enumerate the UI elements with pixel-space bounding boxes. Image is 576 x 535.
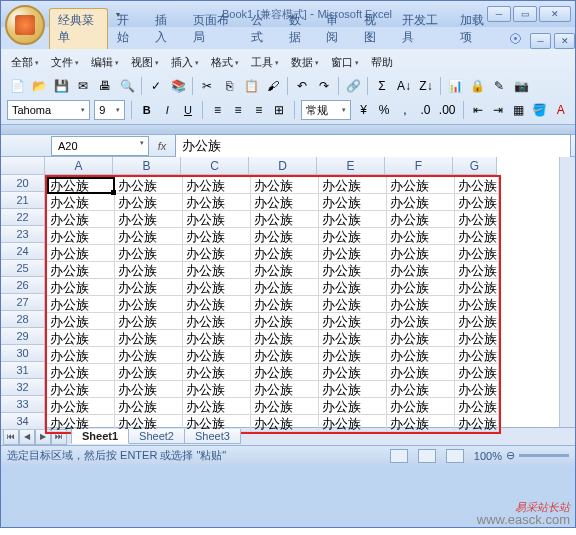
- name-box[interactable]: A20▾: [51, 136, 149, 156]
- cell[interactable]: 办公族: [319, 262, 387, 279]
- camera-icon[interactable]: 📷: [511, 76, 531, 96]
- cell[interactable]: 办公族: [115, 262, 183, 279]
- cell[interactable]: 办公族: [47, 177, 115, 194]
- cell[interactable]: 办公族: [115, 177, 183, 194]
- cell[interactable]: 办公族: [115, 364, 183, 381]
- menu-insert[interactable]: 插入▾: [167, 53, 203, 72]
- formula-bar[interactable]: 办公族: [175, 134, 571, 158]
- merge-icon[interactable]: ⊞: [271, 100, 288, 120]
- cell[interactable]: 办公族: [183, 364, 251, 381]
- cell[interactable]: 办公族: [183, 279, 251, 296]
- row-header[interactable]: 34: [1, 413, 45, 430]
- cell[interactable]: 办公族: [319, 194, 387, 211]
- row-header[interactable]: 21: [1, 192, 45, 209]
- row-header[interactable]: 28: [1, 311, 45, 328]
- tab-classic-menu[interactable]: 经典菜单: [49, 8, 108, 49]
- indent-dec-icon[interactable]: ⇤: [469, 100, 486, 120]
- menu-help[interactable]: 帮助: [367, 53, 397, 72]
- cell[interactable]: 办公族: [319, 177, 387, 194]
- cell[interactable]: 办公族: [183, 381, 251, 398]
- save-icon[interactable]: 💾: [51, 76, 71, 96]
- cell[interactable]: 办公族: [251, 330, 319, 347]
- cell[interactable]: 办公族: [115, 347, 183, 364]
- row-header[interactable]: 23: [1, 226, 45, 243]
- cell[interactable]: 办公族: [251, 296, 319, 313]
- row-header[interactable]: 29: [1, 328, 45, 345]
- tab-formulas[interactable]: 公式: [243, 9, 280, 49]
- cell[interactable]: 办公族: [251, 347, 319, 364]
- cell[interactable]: 办公族: [387, 228, 455, 245]
- cell[interactable]: 办公族: [455, 228, 499, 245]
- cell[interactable]: 办公族: [387, 177, 455, 194]
- open-icon[interactable]: 📂: [29, 76, 49, 96]
- format-painter-icon[interactable]: 🖌: [263, 76, 283, 96]
- cell[interactable]: 办公族: [319, 211, 387, 228]
- cell[interactable]: 办公族: [455, 262, 499, 279]
- cell[interactable]: 办公族: [455, 364, 499, 381]
- column-header[interactable]: D: [249, 157, 317, 175]
- cell[interactable]: 办公族: [47, 245, 115, 262]
- align-center-icon[interactable]: ≡: [230, 100, 247, 120]
- vertical-scrollbar[interactable]: [559, 157, 575, 427]
- cell[interactable]: 办公族: [47, 398, 115, 415]
- cell[interactable]: 办公族: [183, 245, 251, 262]
- page-layout-view-icon[interactable]: [418, 449, 436, 463]
- cell[interactable]: 办公族: [387, 211, 455, 228]
- cell[interactable]: 办公族: [251, 194, 319, 211]
- cell[interactable]: 办公族: [455, 279, 499, 296]
- cell[interactable]: 办公族: [47, 262, 115, 279]
- row-header[interactable]: 25: [1, 260, 45, 277]
- tab-home[interactable]: 开始: [109, 9, 146, 49]
- tab-developer[interactable]: 开发工具: [394, 9, 451, 49]
- cell[interactable]: 办公族: [387, 330, 455, 347]
- italic-icon[interactable]: I: [159, 100, 176, 120]
- cell[interactable]: 办公族: [183, 296, 251, 313]
- sort-asc-icon[interactable]: A↓: [394, 76, 414, 96]
- undo2-icon[interactable]: ↶: [292, 76, 312, 96]
- column-header[interactable]: E: [317, 157, 385, 175]
- doc-minimize-button[interactable]: ─: [530, 33, 551, 49]
- cell[interactable]: 办公族: [183, 177, 251, 194]
- cell[interactable]: 办公族: [455, 296, 499, 313]
- sheet-nav-first-icon[interactable]: ⏮: [3, 429, 19, 445]
- cell[interactable]: 办公族: [251, 398, 319, 415]
- tab-review[interactable]: 审阅: [318, 9, 355, 49]
- column-header[interactable]: G: [453, 157, 497, 175]
- cell[interactable]: 办公族: [47, 211, 115, 228]
- new-icon[interactable]: 📄: [7, 76, 27, 96]
- zoom-control[interactable]: 100% ⊖: [474, 449, 569, 462]
- sheet-tab[interactable]: Sheet3: [184, 429, 241, 444]
- cell[interactable]: 办公族: [319, 313, 387, 330]
- cell[interactable]: 办公族: [251, 245, 319, 262]
- cell[interactable]: 办公族: [251, 177, 319, 194]
- cell[interactable]: 办公族: [251, 279, 319, 296]
- cell[interactable]: 办公族: [115, 245, 183, 262]
- cell[interactable]: 办公族: [251, 228, 319, 245]
- menu-view[interactable]: 视图▾: [127, 53, 163, 72]
- menu-window[interactable]: 窗口▾: [327, 53, 363, 72]
- align-left-icon[interactable]: ≡: [209, 100, 226, 120]
- cell[interactable]: 办公族: [183, 398, 251, 415]
- percent-icon[interactable]: %: [376, 100, 393, 120]
- cell[interactable]: 办公族: [115, 228, 183, 245]
- mail-icon[interactable]: ✉: [73, 76, 93, 96]
- research-icon[interactable]: 📚: [168, 76, 188, 96]
- copy-icon[interactable]: ⎘: [219, 76, 239, 96]
- tab-insert[interactable]: 插入: [147, 9, 184, 49]
- tab-data[interactable]: 数据: [281, 9, 318, 49]
- zoom-out-icon[interactable]: ⊖: [506, 449, 515, 462]
- cell[interactable]: 办公族: [183, 330, 251, 347]
- cell[interactable]: 办公族: [183, 313, 251, 330]
- normal-view-icon[interactable]: [390, 449, 408, 463]
- column-header[interactable]: C: [181, 157, 249, 175]
- tab-addins[interactable]: 加载项: [452, 9, 499, 49]
- link-icon[interactable]: 🔗: [343, 76, 363, 96]
- cell[interactable]: 办公族: [183, 194, 251, 211]
- cell[interactable]: 办公族: [455, 245, 499, 262]
- cell[interactable]: 办公族: [387, 296, 455, 313]
- cell[interactable]: 办公族: [319, 381, 387, 398]
- column-header[interactable]: A: [45, 157, 113, 175]
- number-format-select[interactable]: 常规▾: [301, 100, 352, 120]
- column-header[interactable]: B: [113, 157, 181, 175]
- cell[interactable]: 办公族: [183, 347, 251, 364]
